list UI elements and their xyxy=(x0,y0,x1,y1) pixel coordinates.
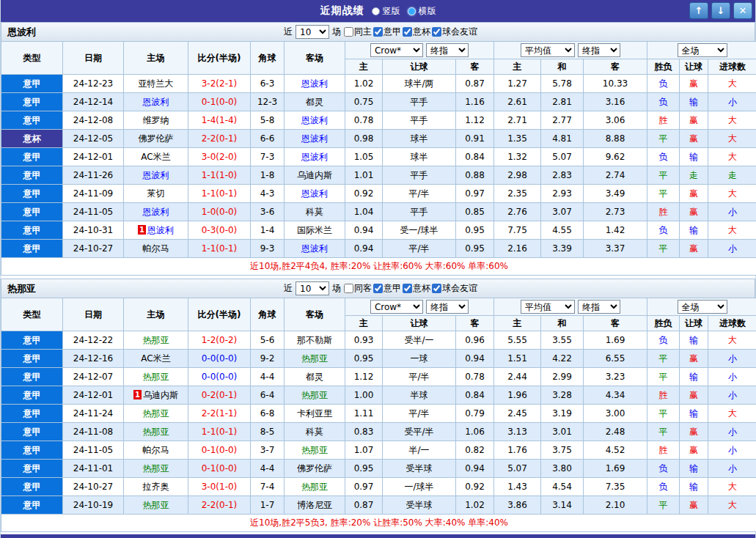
filter-checkbox[interactable]: 同主 xyxy=(344,26,372,38)
team-link[interactable]: 乌迪内斯 xyxy=(143,390,178,400)
team-link[interactable]: 佛罗伦萨 xyxy=(139,133,174,144)
team-link[interactable]: 那不勒斯 xyxy=(297,335,332,345)
fulltime-select[interactable]: 全场 xyxy=(678,43,727,57)
handicap-result-cell: 输 xyxy=(680,478,708,496)
corner-cell: 4-4 xyxy=(251,460,285,478)
final-odds-select-2[interactable]: 终指 xyxy=(578,300,620,314)
team-link[interactable]: 恩波利 xyxy=(301,152,328,162)
team-link[interactable]: 热那亚 xyxy=(143,427,169,437)
away-team-cell: 恩波利 xyxy=(285,111,345,130)
team-link[interactable]: AC米兰 xyxy=(141,152,170,162)
team-link[interactable]: 热那亚 xyxy=(301,445,328,455)
goals-result-cell: 小 xyxy=(708,368,756,386)
checkbox-input[interactable] xyxy=(403,284,412,293)
average-select[interactable]: 平均值 xyxy=(521,43,575,57)
match-count-select[interactable]: 10 xyxy=(296,281,329,295)
team-link[interactable]: 维罗纳 xyxy=(143,115,169,125)
team-link[interactable]: 国际米兰 xyxy=(297,225,332,235)
move-up-button[interactable]: ↑ xyxy=(689,2,708,19)
filter-checkbox[interactable]: 意杯 xyxy=(403,282,430,295)
fulltime-select[interactable]: 全场 xyxy=(678,300,727,314)
average-select[interactable]: 平均值 xyxy=(521,300,575,314)
checkbox-input[interactable] xyxy=(432,284,441,293)
match-count-select[interactable]: 10 xyxy=(296,25,329,39)
team-link[interactable]: 帕尔马 xyxy=(143,445,169,455)
close-button[interactable]: ✕ xyxy=(733,2,752,19)
match-row: 意甲24-11-09莱切1-1(0-1)4-3恩波利0.92平/半0.972.3… xyxy=(1,185,756,203)
team-link[interactable]: 恩波利 xyxy=(301,243,328,254)
odds-cell-4: 4.54 xyxy=(541,478,584,496)
odds-cell-2: 0.94 xyxy=(456,350,494,368)
checkbox-input[interactable] xyxy=(373,284,383,293)
layout-radio-horizontal[interactable]: 横版 xyxy=(408,5,436,18)
odds-cell-1: 半/一 xyxy=(383,441,456,460)
team-link[interactable]: 热那亚 xyxy=(143,463,169,473)
home-team-cell: 1乌迪内斯 xyxy=(124,386,188,405)
team-link[interactable]: 都灵 xyxy=(306,97,323,107)
team-link[interactable]: 热那亚 xyxy=(143,335,169,345)
filter-checkbox[interactable]: 同客 xyxy=(344,282,372,295)
team-link[interactable]: 科莫 xyxy=(306,207,323,217)
filter-checkbox[interactable]: 意杯 xyxy=(403,26,430,38)
team-link[interactable]: 热那亚 xyxy=(143,408,169,419)
team-link[interactable]: 拉齐奥 xyxy=(143,482,169,492)
odds-cell-0: 0.92 xyxy=(345,185,383,203)
team-link[interactable]: 热那亚 xyxy=(301,390,328,400)
team-link[interactable]: 博洛尼亚 xyxy=(297,500,332,510)
match-row: 意甲24-12-14恩波利0-1(0-0)12-3都灵0.75平手1.162.6… xyxy=(1,93,756,111)
checkbox-input[interactable] xyxy=(432,27,441,37)
final-odds-select-1[interactable]: 终指 xyxy=(426,43,469,57)
team-section: 恩波利 近 10 场 同主意甲意杯球会友谊 xyxy=(1,22,755,276)
team-link[interactable]: 恩波利 xyxy=(147,225,174,235)
final-odds-select-1[interactable]: 终指 xyxy=(426,300,469,314)
team-link[interactable]: 佛罗伦萨 xyxy=(297,463,332,473)
odds-cell-5: 3.16 xyxy=(584,93,647,111)
layout-radio-vertical[interactable]: 竖版 xyxy=(372,5,400,18)
move-down-button[interactable]: ↓ xyxy=(711,2,730,19)
filter-checkbox[interactable]: 意甲 xyxy=(373,282,401,295)
team-link[interactable]: 亚特兰大 xyxy=(139,78,174,89)
checkbox-input[interactable] xyxy=(344,27,353,37)
team-link[interactable]: 卡利亚里 xyxy=(297,408,332,419)
filter-checkbox[interactable]: 球会友谊 xyxy=(432,26,477,38)
team-link[interactable]: 莱切 xyxy=(147,188,165,199)
team-link[interactable]: 热那亚 xyxy=(143,500,169,510)
match-row: 意甲24-12-22热那亚1-2(0-2)5-6那不勒斯0.93受半/一0.96… xyxy=(1,331,756,350)
score-cell: 3-0(2-0) xyxy=(188,148,251,166)
team-link[interactable]: 恩波利 xyxy=(143,207,169,217)
filter-checkbox[interactable]: 意甲 xyxy=(373,26,401,38)
filter-checkbox[interactable]: 球会友谊 xyxy=(432,282,477,295)
bookmaker-select[interactable]: Crow* xyxy=(370,300,423,314)
odds-cell-3: 5.07 xyxy=(494,460,541,478)
bookmaker-select[interactable]: Crow* xyxy=(370,43,423,57)
team-link[interactable]: 恩波利 xyxy=(301,78,328,89)
checkbox-input[interactable] xyxy=(344,284,353,293)
checkbox-input[interactable] xyxy=(373,27,383,37)
league-cell: 意甲 xyxy=(1,148,63,166)
team-link[interactable]: 热那亚 xyxy=(143,372,169,382)
team-link[interactable]: 乌迪内斯 xyxy=(297,170,332,180)
summary-text: 近10场,胜2平4负4, 胜率:20% 让胜率:60% 大率:60% 单率:60… xyxy=(1,258,756,276)
odds-cell-1: 一球 xyxy=(383,350,456,368)
odds-cell-5: 8.88 xyxy=(584,130,647,148)
team-link[interactable]: 恩波利 xyxy=(301,133,328,144)
team-link[interactable]: 帕尔马 xyxy=(143,243,169,254)
team-link[interactable]: 恩波利 xyxy=(301,188,328,199)
odds-cell-5: 3.37 xyxy=(584,240,647,258)
team-link[interactable]: 恩波利 xyxy=(143,97,169,107)
team-link[interactable]: 恩波利 xyxy=(301,115,328,125)
corner-cell: 3-7 xyxy=(251,441,285,460)
team-link[interactable]: 恩波利 xyxy=(143,170,169,180)
team-link[interactable]: 热那亚 xyxy=(301,353,328,364)
final-odds-select-2[interactable]: 终指 xyxy=(578,43,620,57)
team-link[interactable]: 科莫 xyxy=(306,427,323,437)
league-cell: 意甲 xyxy=(1,203,63,221)
home-team-cell: 热那亚 xyxy=(124,496,188,515)
team-link[interactable]: 都灵 xyxy=(306,372,323,382)
odds-cell-4: 2.77 xyxy=(541,111,584,130)
checkbox-input[interactable] xyxy=(403,27,412,37)
team-link[interactable]: AC米兰 xyxy=(141,353,170,364)
odds-cell-4: 3.28 xyxy=(541,386,584,405)
team-link[interactable]: 热那亚 xyxy=(301,482,328,492)
result-cell: 平 xyxy=(647,350,680,368)
